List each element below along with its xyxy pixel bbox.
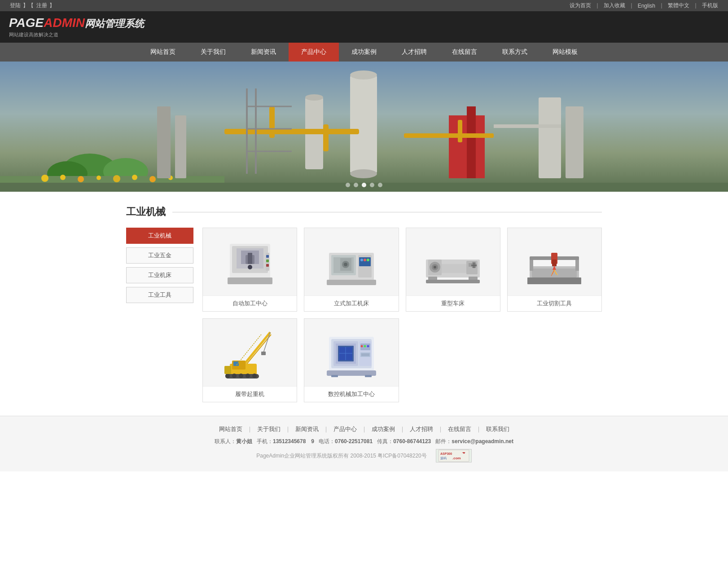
nav-item-templates[interactable]: 网站模板	[540, 43, 590, 62]
product-image-3	[406, 228, 500, 295]
product-cnc-vertical-icon	[221, 235, 279, 289]
section-heading: 工业机械	[126, 205, 166, 219]
svg-rect-121	[365, 375, 372, 377]
svg-rect-33	[494, 124, 561, 128]
product-image-6	[304, 319, 398, 386]
footer-link-cases[interactable]: 成功案例	[372, 425, 395, 433]
product-card-2[interactable]: 立式加工机床	[304, 228, 399, 312]
hero-dot-4[interactable]	[370, 183, 374, 187]
bracket-close: 】	[49, 2, 55, 9]
svg-point-100	[246, 374, 250, 378]
svg-rect-102	[224, 366, 231, 374]
logo-text: PAGEADMIN网站管理系统	[9, 16, 144, 31]
logo[interactable]: PAGEADMIN网站管理系统 网站建设高效解决之道	[9, 16, 144, 38]
hero-dots	[346, 183, 382, 187]
hero-dot-3[interactable]	[362, 183, 366, 187]
category-industrial-machinery[interactable]: 工业机械	[126, 228, 193, 244]
footer-nav: 网站首页 ｜ 关于我们 ｜ 新闻资讯 ｜ 产品中心 ｜ 成功案例 ｜ 人才招聘 …	[9, 425, 719, 433]
svg-point-42	[248, 265, 252, 269]
hero-dot-2[interactable]	[354, 183, 358, 187]
product-card-4[interactable]: 工业切割工具	[507, 228, 602, 312]
asp300-badge: ASP300 源码 .com	[438, 449, 469, 462]
nav-item-products[interactable]: 产品中心	[289, 43, 339, 62]
nav-item-jobs[interactable]: 人才招聘	[389, 43, 439, 62]
favorites-link[interactable]: 加入收藏	[604, 2, 625, 9]
svg-rect-46	[266, 260, 269, 262]
svg-point-25	[96, 176, 101, 180]
hero-dot-1[interactable]	[346, 183, 350, 187]
product-image-4	[508, 228, 601, 295]
top-bar-right: 设为首页 ｜ 加入收藏 ｜ English ｜ 繁體中文 ｜ 手机版	[569, 2, 719, 9]
set-homepage-link[interactable]: 设为首页	[570, 2, 591, 9]
traditional-link[interactable]: 繁體中文	[668, 2, 689, 9]
product-card-6[interactable]: 数控机械加工中心	[304, 318, 399, 402]
header: PAGEADMIN网站管理系统 网站建设高效解决之道	[0, 11, 728, 43]
svg-point-116	[367, 345, 369, 348]
svg-rect-120	[331, 375, 338, 377]
svg-rect-95	[233, 361, 239, 366]
contact-email: service@pageadmin.net	[452, 438, 513, 445]
main-content: 工业机械 工业机械 工业五金 工业机床 工业工具	[117, 192, 611, 416]
mobile-link[interactable]: 手机版	[702, 2, 718, 9]
login-link[interactable]: 登陆	[10, 2, 21, 9]
svg-point-28	[149, 176, 156, 182]
footer: 网站首页 ｜ 关于我们 ｜ 新闻资讯 ｜ 产品中心 ｜ 成功案例 ｜ 人才招聘 …	[0, 416, 728, 471]
product-title-1: 自动加工中心	[203, 295, 297, 311]
svg-point-99	[239, 374, 243, 378]
category-industrial-lathe[interactable]: 工业机床	[126, 267, 193, 283]
svg-rect-15	[467, 106, 476, 178]
footer-link-contact[interactable]: 联系我们	[486, 425, 509, 433]
footer-link-messages[interactable]: 在线留言	[448, 425, 471, 433]
svg-point-65	[434, 266, 436, 268]
top-bar-auth: 登陆 】【 注册 】	[9, 2, 55, 9]
product-title-6: 数控机械加工中心	[304, 386, 398, 402]
svg-rect-118	[361, 353, 369, 356]
product-card-5[interactable]: 履带起重机	[202, 318, 297, 402]
contact-fax: 0760-86744123	[393, 438, 431, 445]
svg-line-90	[243, 335, 271, 368]
nav-item-news[interactable]: 新闻资讯	[238, 43, 289, 62]
english-link[interactable]: English	[638, 3, 655, 9]
product-image-2	[304, 228, 398, 295]
product-cutter-icon	[525, 235, 583, 289]
product-title-4: 工业切割工具	[508, 295, 601, 311]
category-industrial-hardware[interactable]: 工业五金	[126, 247, 193, 264]
footer-link-products[interactable]: 产品中心	[333, 425, 357, 433]
footer-link-news[interactable]: 新闻资讯	[295, 425, 319, 433]
svg-rect-31	[539, 97, 561, 178]
logo-admin: ADMIN	[44, 16, 85, 30]
svg-rect-17	[458, 120, 462, 142]
nav-item-about[interactable]: 关于我们	[188, 43, 238, 62]
category-industrial-tools[interactable]: 工业工具	[126, 287, 193, 303]
top-bar: 登陆 】【 注册 】 设为首页 ｜ 加入收藏 ｜ English ｜ 繁體中文 …	[0, 0, 728, 11]
footer-link-home[interactable]: 网站首页	[219, 425, 242, 433]
svg-rect-34	[157, 106, 171, 178]
svg-rect-45	[266, 255, 269, 258]
nav-item-home[interactable]: 网站首页	[138, 43, 188, 62]
separator: 】【	[23, 2, 34, 9]
register-link[interactable]: 注册	[36, 2, 47, 9]
product-title-2: 立式加工机床	[304, 295, 398, 311]
footer-link-jobs[interactable]: 人才招聘	[410, 425, 433, 433]
svg-rect-35	[175, 115, 186, 178]
nav-item-cases[interactable]: 成功案例	[339, 43, 389, 62]
svg-rect-6	[224, 129, 359, 134]
product-title-5: 履带起重机	[203, 386, 297, 402]
svg-point-98	[232, 374, 237, 378]
contact-phone: 0760-22517081	[335, 438, 373, 445]
product-card-1[interactable]: 自动加工中心	[202, 228, 297, 312]
hero-illustration	[0, 62, 728, 192]
svg-point-3	[350, 169, 377, 178]
footer-link-about[interactable]: 关于我们	[257, 425, 281, 433]
product-card-3[interactable]: 重型车床	[406, 228, 500, 312]
product-grid: 自动加工中心	[202, 228, 602, 402]
product-cnc-small-icon	[322, 235, 381, 289]
logo-subtitle: 网站建设高效解决之道	[9, 31, 144, 38]
hero-dot-5[interactable]	[378, 183, 382, 187]
svg-point-2	[350, 70, 377, 79]
svg-text:ASP300: ASP300	[440, 452, 452, 455]
nav-item-messages[interactable]: 在线留言	[439, 43, 490, 62]
svg-rect-8	[323, 124, 329, 151]
nav-item-contact[interactable]: 联系方式	[490, 43, 540, 62]
svg-point-53	[360, 259, 363, 261]
